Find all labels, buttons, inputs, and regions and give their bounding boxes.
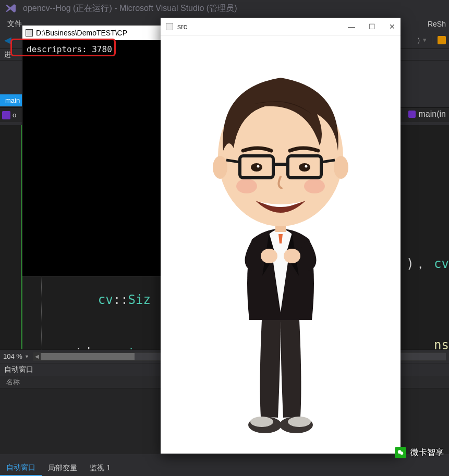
maximize-icon[interactable]: ☐ <box>369 22 375 31</box>
wechat-icon <box>395 447 406 458</box>
cartoon-avatar <box>202 46 359 443</box>
svg-point-11 <box>304 179 325 193</box>
scroll-left-icon[interactable]: ◀ <box>33 353 41 359</box>
tab-watch[interactable]: 监视 1 <box>83 461 117 475</box>
svg-point-18 <box>299 163 310 172</box>
method-icon <box>408 111 416 118</box>
toolbar-btn-icon[interactable] <box>438 36 446 44</box>
tab-autos[interactable]: 自动窗口 <box>0 460 42 476</box>
scrollbar-thumb[interactable] <box>41 353 135 360</box>
image-content <box>161 35 401 454</box>
console-icon <box>26 29 33 36</box>
console-title-bar[interactable]: D:\Business\DemoTEST\CP <box>22 26 161 40</box>
close-icon[interactable]: ✕ <box>389 22 395 31</box>
editor-right-text: )， cv <box>406 255 449 272</box>
vs-title-bar: opencv--Hog (正在运行) - Microsoft Visual St… <box>0 0 449 17</box>
nav-back-icon[interactable]: ◀ <box>3 34 13 46</box>
chevron-down-icon: ▼ <box>25 354 29 359</box>
watermark: 微卡智享 <box>395 447 444 458</box>
module-icon <box>2 111 10 119</box>
svg-point-3 <box>288 417 311 427</box>
svg-point-8 <box>213 156 227 179</box>
breadcrumb-left[interactable]: o <box>13 111 16 119</box>
vs-tabs: main <box>0 93 25 107</box>
watermark-text: 微卡智享 <box>410 447 444 458</box>
tab-locals[interactable]: 局部变量 <box>42 461 83 475</box>
console-line: descriptors: 3780 <box>27 44 112 54</box>
svg-point-9 <box>334 156 348 179</box>
svg-point-5 <box>284 249 300 263</box>
svg-point-4 <box>261 249 277 263</box>
vs-window-title: opencv--Hog (正在运行) - Microsoft Visual St… <box>23 3 237 14</box>
breadcrumb-func[interactable]: main(in <box>419 109 446 119</box>
tab-main[interactable]: main <box>0 94 25 106</box>
image-window: src — ☐ ✕ <box>161 18 401 454</box>
window-icon <box>166 23 173 30</box>
image-window-title: src <box>177 22 187 31</box>
svg-point-22 <box>400 451 403 455</box>
zoom-dropdown[interactable]: 104 % ▼ <box>3 352 29 360</box>
svg-point-17 <box>251 163 262 172</box>
vs-logo-icon <box>4 2 17 15</box>
minimize-icon[interactable]: — <box>348 22 355 31</box>
console-window: D:\Business\DemoTEST\CP descriptors: 378… <box>22 25 162 276</box>
zoom-value: 104 % <box>3 352 22 360</box>
console-output[interactable]: descriptors: 3780 <box>22 40 161 58</box>
image-title-bar[interactable]: src — ☐ ✕ <box>161 18 401 35</box>
status-text: 进 <box>4 50 11 59</box>
svg-point-2 <box>250 417 273 427</box>
bottom-tabs: 自动窗口 局部变量 监视 1 <box>0 460 449 476</box>
svg-point-10 <box>236 179 257 193</box>
console-title-text: D:\Business\DemoTEST\CP <box>36 29 127 37</box>
breadcrumb-right: main(in <box>405 109 449 119</box>
svg-point-19 <box>257 165 260 168</box>
svg-point-20 <box>305 165 308 168</box>
menu-resharper[interactable]: ReSh <box>428 20 446 28</box>
